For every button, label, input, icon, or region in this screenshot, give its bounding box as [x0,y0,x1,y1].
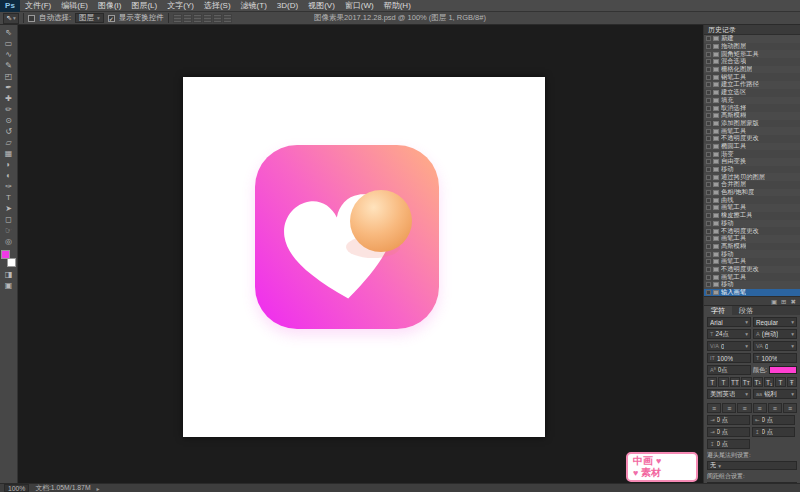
history-brush-source-box[interactable] [706,82,711,87]
history-brush-source-box[interactable] [706,90,711,95]
menu-item[interactable]: 编辑(E) [56,0,93,12]
justify-last-left-button[interactable]: ≡ [753,403,767,413]
menu-item[interactable]: 3D(D) [272,0,303,12]
align-right-button[interactable]: ≡ [737,403,751,413]
eyedropper-tool[interactable]: ✒ [1,82,16,93]
superscript-button[interactable]: T¹ [753,377,763,387]
history-brush-source-box[interactable] [706,267,711,272]
history-state[interactable]: 圆角矩形工具 [704,50,800,58]
font-size-field[interactable]: T 24点 ▾ [707,329,751,339]
kerning-field[interactable]: V/A 0 ▾ [707,341,751,351]
history-state[interactable]: 不透明度更改 [704,227,800,235]
history-state[interactable]: 不透明度更改 [704,135,800,143]
history-brush-source-box[interactable] [706,221,711,226]
horizontal-scale-field[interactable]: T 100% [753,353,797,363]
align-top-button[interactable] [173,14,182,23]
history-brush-source-box[interactable] [706,205,711,210]
type-tool[interactable]: T [1,192,16,203]
menu-item[interactable]: 帮助(H) [379,0,416,12]
marquee-tool[interactable]: ▭ [1,38,16,49]
history-brush-source-box[interactable] [706,136,711,141]
justify-last-center-button[interactable]: ≡ [768,403,782,413]
quick-mask-button[interactable]: ◨ [1,269,16,280]
history-brush-source-box[interactable] [706,282,711,287]
tab-paragraph[interactable]: 段落 [732,306,760,315]
kinsoku-select[interactable]: 无 ▾ [707,461,797,470]
gradient-tool[interactable]: ▦ [1,148,16,159]
history-state[interactable]: 画笔工具 [704,258,800,266]
history-state[interactable]: 色相/饱和度 [704,189,800,197]
show-transform-checkbox[interactable]: ✓ [108,15,115,22]
blur-tool[interactable]: ◗ [1,159,16,170]
history-brush-source-box[interactable] [706,67,711,72]
shape-tool[interactable]: ◻ [1,214,16,225]
status-menu-arrow[interactable]: ▸ [97,485,100,492]
history-state[interactable]: 画笔工具 [704,235,800,243]
indent-right-field[interactable]: ⇤ 0 点 [752,415,795,425]
subscript-button[interactable]: T₁ [764,377,774,387]
history-state[interactable]: 移动 [704,166,800,174]
language-select[interactable]: 美国英语 ▾ [707,389,751,399]
align-bottom-button[interactable] [193,14,202,23]
history-brush-source-box[interactable] [706,236,711,241]
indent-first-line-field[interactable]: ⇥ 0 点 [707,427,750,437]
pen-tool[interactable]: ✑ [1,181,16,192]
text-color-swatch[interactable] [769,366,797,374]
history-brush-source-box[interactable] [706,213,711,218]
history-brush-source-box[interactable] [706,159,711,164]
history-state[interactable]: 添加图层蒙版 [704,120,800,128]
history-brush-source-box[interactable] [706,290,711,295]
menu-item[interactable]: 视图(V) [303,0,340,12]
vertical-scale-field[interactable]: IT 100% [707,353,751,363]
quick-selection-tool[interactable]: ✎ [1,60,16,71]
history-state[interactable]: 渐变 [704,150,800,158]
menu-item[interactable]: 滤镜(T) [236,0,272,12]
path-selection-tool[interactable]: ➤ [1,203,16,214]
align-center-button[interactable]: ≡ [722,403,736,413]
brush-tool[interactable]: ✏ [1,104,16,115]
tool-preset-picker[interactable]: ⇖ ▾ [3,13,19,24]
history-state[interactable]: 新建 [704,35,800,43]
history-state[interactable]: 自由变换 [704,158,800,166]
anti-alias-select[interactable]: aa 锐利 ▾ [753,389,797,399]
history-state[interactable]: 曲线 [704,196,800,204]
align-center-button[interactable] [213,14,222,23]
history-state[interactable]: 椭圆工具 [704,143,800,151]
menu-item[interactable]: 图层(L) [126,0,162,12]
history-state[interactable]: 画笔工具 [704,204,800,212]
baseline-shift-field[interactable]: Aª 0点 [707,365,751,375]
history-state[interactable]: 画笔工具 [704,273,800,281]
history-brush-source-box[interactable] [706,106,711,111]
history-brush-source-box[interactable] [706,252,711,257]
history-state[interactable]: 合并图层 [704,181,800,189]
history-brush-source-box[interactable] [706,52,711,57]
space-after-field[interactable]: ↧ 0 点 [707,439,750,449]
history-brush-source-box[interactable] [706,36,711,41]
history-brush-source-box[interactable] [706,190,711,195]
menu-item[interactable]: 文件(F) [20,0,56,12]
history-brush-source-box[interactable] [706,59,711,64]
align-right-edges-button[interactable] [223,14,232,23]
history-brush-source-box[interactable] [706,129,711,134]
history-brush-source-box[interactable] [706,175,711,180]
history-brush-source-box[interactable] [706,121,711,126]
history-brush-source-box[interactable] [706,98,711,103]
tracking-field[interactable]: VA 0 ▾ [753,341,797,351]
history-brush-source-box[interactable] [706,259,711,264]
history-state[interactable]: 移动 [704,250,800,258]
history-state[interactable]: 混合选项 [704,58,800,66]
history-state[interactable]: 取消选择 [704,104,800,112]
justify-all-button[interactable]: ≡ [783,403,797,413]
crop-tool[interactable]: ◰ [1,71,16,82]
foreground-color-swatch[interactable] [1,250,10,259]
history-state[interactable]: 输入画笔 [704,289,800,297]
auto-select-checkbox[interactable] [28,15,35,22]
clone-stamp-tool[interactable]: ⊙ [1,115,16,126]
menu-item[interactable]: 窗口(W) [340,0,379,12]
history-state[interactable]: 填充 [704,97,800,105]
history-brush-source-box[interactable] [706,113,711,118]
history-state[interactable]: 移动 [704,281,800,289]
faux-bold-button[interactable]: T [707,377,717,387]
space-before-field[interactable]: ↥ 0 点 [752,427,795,437]
history-brush-source-box[interactable] [706,198,711,203]
